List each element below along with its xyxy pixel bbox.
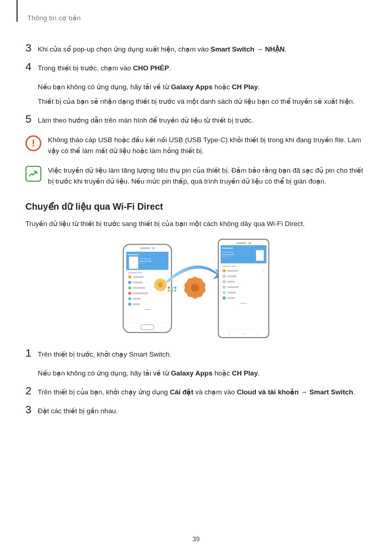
- step-text: Khi cửa sổ pop-up chọn ứng dụng xuất hiệ…: [38, 44, 367, 55]
- upper-step-5: 5Làm theo hướng dẫn trên màn hình để tru…: [25, 115, 367, 126]
- step-paragraph: Nếu bạn không có ứng dụng, hãy tải về từ…: [38, 82, 367, 93]
- step-paragraph: Thiết bị của bạn sẽ nhận dạng thiết bị t…: [38, 96, 367, 107]
- lower-step-3: 3Đặt các thiết bị gần nhau.: [25, 406, 367, 416]
- step-text: Trên thiết bị trước, khởi chạy Smart Swi…: [38, 349, 367, 360]
- note-text: Việc truyền dữ liệu làm tăng lượng tiêu …: [48, 165, 367, 187]
- page-header: Thông tin cơ bản: [27, 14, 367, 22]
- tip-icon: [25, 166, 41, 182]
- page-number: 39: [0, 535, 392, 543]
- warning-note: !Không tháo cáp USB hoặc đầu kết nối USB…: [25, 135, 367, 156]
- upper-step-3: 3Khi cửa sổ pop-up chọn ứng dụng xuất hi…: [25, 44, 367, 55]
- step-paragraph: Nếu bạn không có ứng dụng, hãy tải về từ…: [38, 368, 367, 379]
- phone-new-device: ▬▬▬▬▬ Transferring▬▬ ▬ ▬▬• • • • • • ▬▬▬…: [218, 239, 269, 338]
- transfer-arrow-graphic: [168, 259, 222, 317]
- step-number: 3: [25, 42, 38, 53]
- step-number: 5: [25, 114, 38, 124]
- upper-step-4: 4Trong thiết bị trước, chạm vào CHO PHÉP…: [25, 63, 367, 74]
- step-text: Trên thiết bị của bạn, khởi chạy ứng dụn…: [38, 387, 367, 398]
- wifi-direct-illustration: ▬▬▬▬▬ Transferring▬▬ ▬ ▬▬• • • • • ▬▬▬▬ …: [25, 239, 367, 338]
- step-number: 4: [25, 61, 38, 72]
- lower-step-2: 2Trên thiết bị của bạn, khởi chạy ứng dụ…: [25, 387, 367, 398]
- tip-note: Việc truyền dữ liệu làm tăng lượng tiêu …: [25, 165, 367, 187]
- step-text: Đặt các thiết bị gần nhau.: [38, 406, 367, 416]
- svg-point-5: [158, 282, 163, 287]
- svg-point-11: [191, 284, 199, 292]
- note-text: Không tháo cáp USB hoặc đầu kết nối USB …: [48, 135, 367, 156]
- warning-icon: !: [25, 135, 41, 151]
- step-text: Trong thiết bị trước, chạm vào CHO PHÉP.: [38, 63, 367, 74]
- step-number: 2: [25, 385, 38, 396]
- header-accent-line: [16, 0, 18, 22]
- step-text: Làm theo hướng dẫn trên màn hình để truy…: [38, 115, 367, 126]
- lower-step-1: 1Trên thiết bị trước, khởi chạy Smart Sw…: [25, 349, 367, 360]
- section-heading-wifi: Chuyển dữ liệu qua Wi-Fi Direct: [25, 201, 367, 212]
- step-number: 1: [25, 348, 38, 358]
- section-intro: Truyền dữ liệu từ thiết bị trước sang th…: [25, 218, 367, 229]
- step-number: 3: [25, 404, 38, 415]
